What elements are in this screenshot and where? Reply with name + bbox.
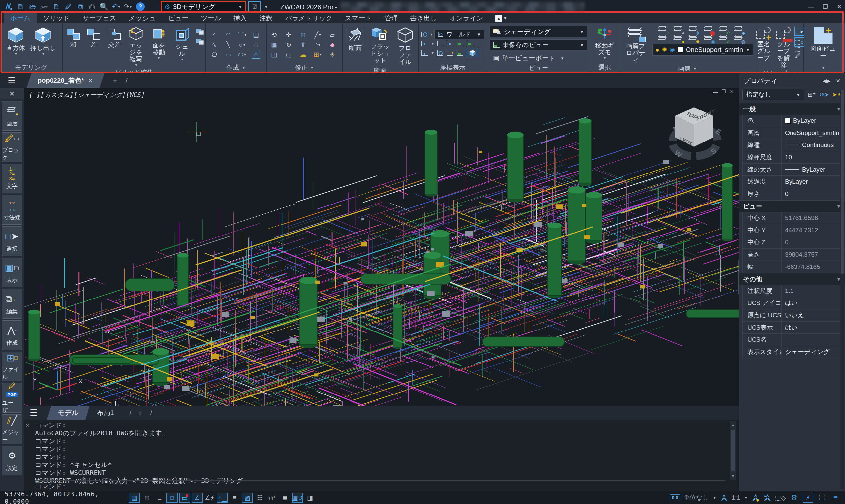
layer-off-icon[interactable]: ● xyxy=(673,26,683,34)
property-row-height[interactable]: 高さ39804.3757 xyxy=(743,249,845,261)
layer-previous-icon[interactable]: ↶ xyxy=(719,26,729,34)
sidebar-item-file[interactable]: ⊞□ファイル xyxy=(2,352,22,381)
named-view-combo[interactable]: 未保存のビュー▼ xyxy=(490,39,587,51)
tab-surface[interactable]: サーフェス xyxy=(76,13,122,23)
hatch-icon[interactable]: ▤ xyxy=(252,31,260,39)
arc-icon[interactable]: ⌒▾ xyxy=(238,31,246,39)
tab-layout1[interactable]: 布局1 xyxy=(87,406,123,419)
sidebar-item-create[interactable]: ⋀▪作成 xyxy=(2,320,22,350)
property-row-center-x[interactable]: 中心 X51761.6596 xyxy=(743,212,845,224)
viewport-minimize-icon[interactable]: ▬ xyxy=(712,89,718,95)
revision-cloud-icon[interactable]: ☁ xyxy=(299,51,307,59)
toolbar-caret-icon[interactable]: ▼ xyxy=(264,4,269,9)
panel-draw-label[interactable]: 作成▼ xyxy=(206,63,266,72)
view-cube-body[interactable]: TOP LEFT FRONT xyxy=(675,107,714,147)
tab-view[interactable]: ビュー xyxy=(162,13,195,23)
sidebar-item-text[interactable]: 1≡2≡3≡文字 xyxy=(2,164,22,193)
tab-manage[interactable]: 管理 xyxy=(378,13,404,23)
subtract-button[interactable]: 差 xyxy=(86,26,102,49)
sidebar-item-select[interactable]: □➤選択 xyxy=(2,226,22,256)
panel-layers-label[interactable]: 画層▼ xyxy=(619,64,756,73)
property-row-ucs-icon[interactable]: UCS アイコン...はい xyxy=(743,297,845,309)
tab-insert[interactable]: 挿入 xyxy=(227,13,253,23)
layer-down-icon[interactable]: ↓ xyxy=(658,35,668,42)
layer-unlock-icon[interactable]: ◉ xyxy=(704,35,713,42)
viewport-config-combo[interactable]: ▣ 単一ビューポート▾ xyxy=(490,52,587,64)
ucs-zaxis-icon[interactable] xyxy=(447,51,453,56)
panel-selection-label[interactable]: 選択 xyxy=(590,63,619,72)
autohide-icon[interactable]: ◀▶ xyxy=(823,78,831,84)
array-icon[interactable]: ▦ xyxy=(270,41,278,49)
intersect-button[interactable]: 交差 xyxy=(106,26,122,49)
layer-bulb-icon[interactable]: ● xyxy=(655,46,659,54)
tab-mesh[interactable]: メッシュ xyxy=(122,13,162,23)
ucs-icon-display-button[interactable] xyxy=(467,48,479,58)
layer-combo[interactable]: ● ✹ ◉ OneSupport_smrtln▼ xyxy=(653,44,753,56)
panel-sheet-view-label[interactable]: ▼ xyxy=(804,63,842,72)
quick-select-icon[interactable]: ⊞⁺ xyxy=(807,90,816,100)
select-objects-icon[interactable]: ↺➤ xyxy=(819,90,829,100)
edit-drawing-icon[interactable]: 🖉 xyxy=(63,1,74,12)
layer-on-icon[interactable]: ● xyxy=(673,35,683,42)
erase-icon[interactable]: ◆ xyxy=(328,41,337,49)
isolate-objects-icon[interactable]: ⬚◇ xyxy=(775,493,786,503)
panel-modify-label[interactable]: 修正▼ xyxy=(267,63,342,72)
annotation-scale-icon[interactable] xyxy=(720,493,728,502)
property-row-center-y[interactable]: 中心 Y44474.7312 xyxy=(743,224,845,236)
sidebar-item-measure[interactable]: ⫽╱メジャー xyxy=(2,414,22,444)
spline-icon[interactable]: ∿ xyxy=(210,41,219,49)
layer-lock-state-icon[interactable]: ◉ xyxy=(670,46,675,53)
property-row-ltscale[interactable]: 線種尺度10 xyxy=(743,151,845,164)
table-icon[interactable]: ▦↺ xyxy=(292,493,303,503)
osnap-icon[interactable]: ∠ xyxy=(191,493,203,503)
ucs-previous-icon[interactable] xyxy=(437,40,444,46)
slice-icon[interactable] xyxy=(196,39,203,43)
ucs-object-icon[interactable] xyxy=(447,40,453,46)
layer-properties-button[interactable]: 画層プロパティ xyxy=(622,26,649,64)
ui-toggle-icon[interactable]: ◨ xyxy=(305,493,316,503)
scale-caret-icon[interactable]: ▼ xyxy=(744,496,748,500)
panel-view-label[interactable]: ビュー xyxy=(487,64,590,72)
annotation-scale-value[interactable]: 1:1 xyxy=(732,494,740,501)
property-row-lineweight[interactable]: 線の太さByLayer xyxy=(743,164,845,176)
circle-icon[interactable]: ○▾ xyxy=(238,41,246,49)
3d-rotate-icon[interactable]: ⟲ xyxy=(270,31,278,39)
scroll-down-icon[interactable]: ▼ xyxy=(732,472,735,480)
print-preview-icon[interactable]: 🔍 xyxy=(98,1,110,12)
profile-button[interactable]: プロファイル xyxy=(395,26,415,66)
3d-plant-model[interactable] xyxy=(24,88,739,406)
quick-properties-icon[interactable]: ☷ xyxy=(254,493,265,503)
close-button[interactable]: ✕ xyxy=(837,3,842,10)
polygon-icon[interactable]: ⬠ xyxy=(210,51,219,59)
ucs-face-icon[interactable] xyxy=(457,40,463,46)
help-icon[interactable]: ? xyxy=(136,2,145,11)
transparency-icon[interactable]: ▨ xyxy=(242,493,253,503)
viewport-controls-label[interactable]: [-][カスタム][シェーディング][WCS] xyxy=(29,91,145,99)
workspace-caret-icon[interactable]: ▼ xyxy=(238,4,242,9)
view-cube[interactable]: N E S W TOP LEFT FRONT xyxy=(659,101,729,164)
ucs-rotate-icon[interactable] xyxy=(421,32,428,37)
scale-icon[interactable]: ⇧ xyxy=(299,41,307,49)
property-row-color[interactable]: 色ByLayer xyxy=(743,115,845,127)
property-row-center-z[interactable]: 中心 Z0 xyxy=(743,236,845,249)
tab-online[interactable]: オンライン xyxy=(443,13,489,23)
settings-gear-icon[interactable]: ⚙ xyxy=(789,493,799,503)
trim-icon[interactable]: ╱▾ xyxy=(313,31,322,39)
property-row-ucs-name[interactable]: UCS名 xyxy=(743,334,845,346)
section-general[interactable]: 一般▼ xyxy=(739,103,845,115)
sheet-view-button[interactable]: ＋ 図面ビュー xyxy=(806,26,840,60)
viewport-close-icon[interactable]: ✕ xyxy=(730,89,734,95)
ucs-world2-icon[interactable] xyxy=(437,51,444,56)
tab-solid[interactable]: ソリッド xyxy=(37,13,76,23)
app-logo-icon[interactable] xyxy=(3,1,15,12)
annotation-visibility-icon[interactable] xyxy=(751,493,760,502)
grid-icon[interactable]: ▦ xyxy=(129,493,140,503)
tab-parametric[interactable]: パラメトリック xyxy=(279,13,339,23)
line-icon[interactable]: ╲ xyxy=(224,41,232,49)
sidebar-item-pgp-user[interactable]: 🖉PGPユーザ... xyxy=(2,383,22,413)
selection-filter-combo[interactable]: 指定なし▼ xyxy=(742,89,804,100)
scroll-up-icon[interactable]: ▲ xyxy=(732,421,735,429)
panel-modeling-label[interactable]: モデリング xyxy=(0,63,62,72)
sidebar-item-display[interactable]: ▣▢表示 xyxy=(2,258,22,287)
sidebar-item-layers[interactable]: ●画層 xyxy=(2,101,22,131)
